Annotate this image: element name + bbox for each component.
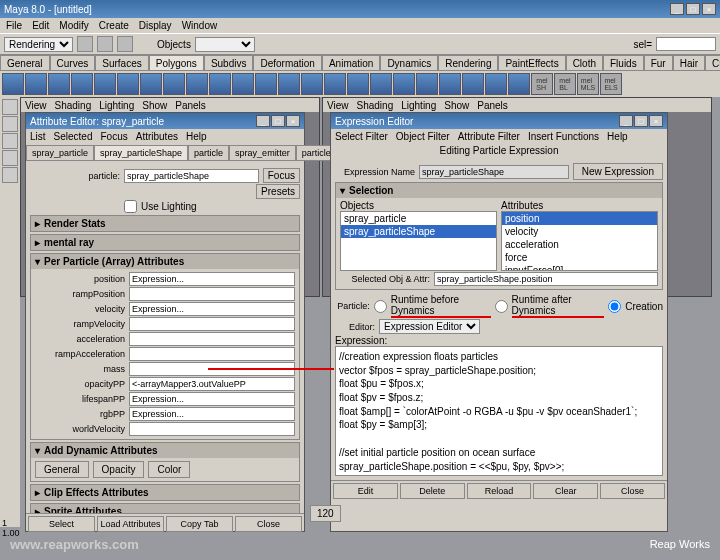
shelf-mel-icon[interactable]: melSH xyxy=(531,73,553,95)
vp-shading[interactable]: Shading xyxy=(55,100,92,111)
creation-radio[interactable] xyxy=(608,300,621,313)
list-item[interactable]: acceleration xyxy=(502,238,657,251)
pp-field[interactable] xyxy=(129,272,295,286)
shelf-item-icon[interactable] xyxy=(462,73,484,95)
list-item[interactable]: force xyxy=(502,251,657,264)
shelf-tab[interactable]: Rendering xyxy=(438,55,498,71)
vp-show[interactable]: Show xyxy=(142,100,167,111)
shelf-item-icon[interactable] xyxy=(278,73,300,95)
maximize-icon[interactable]: □ xyxy=(271,115,285,127)
pp-field[interactable] xyxy=(129,287,295,301)
shelf-item-icon[interactable] xyxy=(324,73,346,95)
rotate-tool-icon[interactable] xyxy=(2,150,18,166)
use-lighting-checkbox[interactable] xyxy=(124,200,137,213)
copy-tab-button[interactable]: Copy Tab xyxy=(166,516,233,532)
vp-lighting[interactable]: Lighting xyxy=(99,100,134,111)
ae-menu-list[interactable]: List xyxy=(30,131,46,142)
ee-titlebar[interactable]: Expression Editor _□× xyxy=(331,113,667,129)
shelf-tab[interactable]: Subdivs xyxy=(204,55,254,71)
vp-view[interactable]: View xyxy=(25,100,47,111)
shelf-mel-icon[interactable]: melELS xyxy=(600,73,622,95)
ee-menu-attrfilter[interactable]: Attribute Filter xyxy=(458,131,520,142)
menu-window[interactable]: Window xyxy=(182,20,218,31)
section-pp-attrs[interactable]: ▾ Per Particle (Array) Attributes xyxy=(31,254,299,269)
shelf-item-icon[interactable] xyxy=(48,73,70,95)
vp-shading[interactable]: Shading xyxy=(357,100,394,111)
attrs-list[interactable]: position velocity acceleration force inp… xyxy=(501,211,658,271)
shelf-tab[interactable]: General xyxy=(0,55,50,71)
shelf-tab[interactable]: Curves xyxy=(50,55,96,71)
runtime-before-radio[interactable] xyxy=(374,300,387,313)
vp-panels[interactable]: Panels xyxy=(477,100,508,111)
ee-menu-objfilter[interactable]: Object Filter xyxy=(396,131,450,142)
shelf-item-icon[interactable] xyxy=(2,73,24,95)
clear-button[interactable]: Clear xyxy=(533,483,598,499)
reload-button[interactable]: Reload xyxy=(467,483,532,499)
scale-tool-icon[interactable] xyxy=(2,167,18,183)
menu-modify[interactable]: Modify xyxy=(59,20,88,31)
section-sprite[interactable]: ▸ Sprite Attributes xyxy=(31,504,299,513)
select-tool-icon[interactable] xyxy=(2,99,18,115)
close-icon[interactable]: × xyxy=(702,3,716,15)
shelf-tab[interactable]: Polygons xyxy=(149,55,204,71)
expr-name-field[interactable] xyxy=(419,165,569,179)
editor-select[interactable]: Expression Editor xyxy=(379,319,480,334)
shelf-tab[interactable]: Cloth xyxy=(566,55,603,71)
objects-list[interactable]: spray_particle spray_particleShape xyxy=(340,211,497,271)
maximize-icon[interactable]: □ xyxy=(634,115,648,127)
shelf-item-icon[interactable] xyxy=(393,73,415,95)
ee-menu-insert[interactable]: Insert Functions xyxy=(528,131,599,142)
ae-titlebar[interactable]: Attribute Editor: spray_particle _□× xyxy=(26,113,304,129)
list-item[interactable]: velocity xyxy=(502,225,657,238)
shelf-item-icon[interactable] xyxy=(301,73,323,95)
ee-menu-selfilter[interactable]: Select Filter xyxy=(335,131,388,142)
shelf-tab[interactable]: Hair xyxy=(673,55,705,71)
shelf-tab[interactable]: Fluids xyxy=(603,55,644,71)
shelf-item-icon[interactable] xyxy=(25,73,47,95)
runtime-after-radio[interactable] xyxy=(495,300,508,313)
shelf-item-icon[interactable] xyxy=(140,73,162,95)
lasso-tool-icon[interactable] xyxy=(2,116,18,132)
vp-view[interactable]: View xyxy=(327,100,349,111)
select-button[interactable]: Select xyxy=(28,516,95,532)
shelf-tab[interactable]: Fur xyxy=(644,55,673,71)
sel-obj-field[interactable] xyxy=(434,272,658,286)
expression-textarea[interactable]: //creation expression floats particles v… xyxy=(335,346,663,476)
ee-menu-help[interactable]: Help xyxy=(607,131,628,142)
list-item[interactable]: spray_particle xyxy=(341,212,496,225)
vp-show[interactable]: Show xyxy=(444,100,469,111)
menu-create[interactable]: Create xyxy=(99,20,129,31)
delete-button[interactable]: Delete xyxy=(400,483,465,499)
minimize-icon[interactable]: _ xyxy=(256,115,270,127)
shelf-item-icon[interactable] xyxy=(508,73,530,95)
shelf-mel-icon[interactable]: melBL xyxy=(554,73,576,95)
ae-tab[interactable]: spray_particle xyxy=(26,145,94,161)
ae-menu-selected[interactable]: Selected xyxy=(54,131,93,142)
color-button[interactable]: Color xyxy=(148,461,190,478)
close-icon[interactable]: × xyxy=(286,115,300,127)
focus-button[interactable]: Focus xyxy=(263,168,300,183)
ae-tab[interactable]: spray_particleShape xyxy=(94,145,188,161)
section-add-dyn[interactable]: ▾ Add Dynamic Attributes xyxy=(31,443,299,458)
list-item[interactable]: inputForce[0] xyxy=(502,264,657,271)
ae-tab[interactable]: spray_emitter xyxy=(229,145,296,161)
shelf-item-icon[interactable] xyxy=(255,73,277,95)
section-clip[interactable]: ▸ Clip Effects Attributes xyxy=(31,485,299,500)
shelf-item-icon[interactable] xyxy=(163,73,185,95)
shelf-mel-icon[interactable]: melMLS xyxy=(577,73,599,95)
pp-field[interactable] xyxy=(129,422,295,436)
shelf-item-icon[interactable] xyxy=(71,73,93,95)
shelf-item-icon[interactable] xyxy=(485,73,507,95)
vp-lighting[interactable]: Lighting xyxy=(401,100,436,111)
shelf-item-icon[interactable] xyxy=(94,73,116,95)
opacity-button[interactable]: Opacity xyxy=(93,461,145,478)
shelf-tab[interactable]: Animation xyxy=(322,55,380,71)
objects-select[interactable] xyxy=(195,37,255,52)
shelf-tab[interactable]: PaintEffects xyxy=(498,55,565,71)
pp-field[interactable] xyxy=(129,317,295,331)
pp-field[interactable] xyxy=(129,407,295,421)
list-item[interactable]: position xyxy=(502,212,657,225)
close-button[interactable]: Close xyxy=(235,516,302,532)
shelf-item-icon[interactable] xyxy=(347,73,369,95)
general-button[interactable]: General xyxy=(35,461,89,478)
